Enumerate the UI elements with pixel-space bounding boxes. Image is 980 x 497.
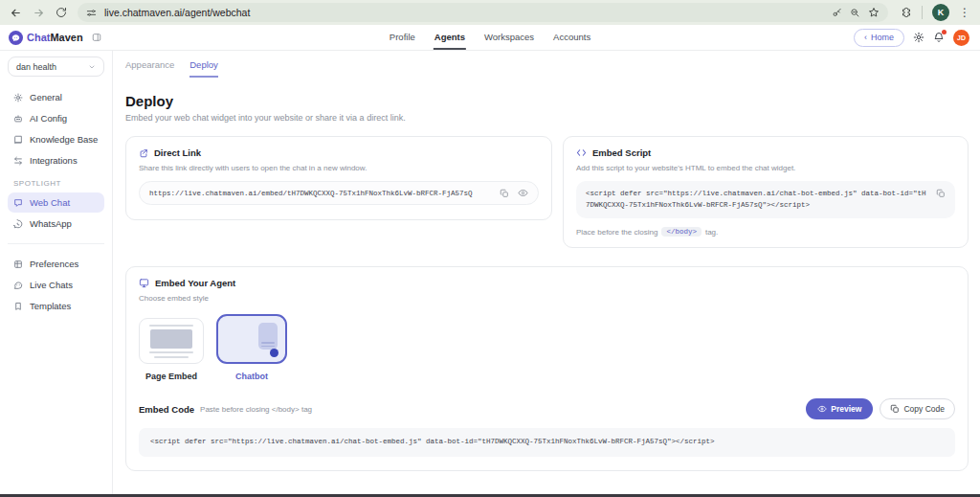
page-embed-thumbnail — [149, 325, 193, 358]
notification-dot — [942, 30, 947, 34]
browser-menu-icon[interactable]: ⋮ — [959, 6, 970, 19]
embed-style-option-page[interactable]: Page Embed — [139, 318, 204, 381]
chatbot-launcher-dot — [270, 349, 278, 357]
extensions-icon[interactable] — [901, 7, 912, 18]
sidebar-divider — [8, 243, 104, 244]
copy-icon[interactable] — [500, 189, 509, 198]
browser-right-tools: K ⋮ — [899, 4, 970, 21]
brand-name: ChatMaven — [27, 32, 83, 43]
nav-item-workspaces[interactable]: Workspaces — [483, 25, 535, 50]
body-tag-chip: </body> — [661, 227, 702, 237]
nav-item-profile[interactable]: Profile — [389, 25, 416, 50]
sidebar-item-whatsapp[interactable]: WhatsApp — [8, 214, 104, 234]
embed-script-card: Embed Script Add this script to your web… — [563, 136, 969, 248]
preview-button[interactable]: Preview — [806, 398, 873, 419]
monitor-icon — [139, 278, 149, 288]
sidebar-item-web-chat[interactable]: Web Chat — [8, 192, 104, 213]
code-icon — [576, 147, 587, 158]
copy-code-button-label: Copy Code — [903, 404, 945, 414]
tab-bar: Appearance Deploy — [113, 51, 980, 78]
main-area: Appearance Deploy Deploy Embed your web … — [113, 51, 980, 494]
browser-back-icon[interactable] — [10, 7, 22, 19]
bookmark-icon — [13, 302, 23, 311]
page-subtitle: Embed your web chat widget into your web… — [125, 113, 969, 123]
sidebar-item-templates[interactable]: Templates — [8, 296, 104, 316]
user-avatar[interactable]: JD — [953, 30, 969, 46]
direct-link-field: https://live.chatmaven.ai/embed/tH7DWKQC… — [139, 181, 539, 205]
sidebar-item-label: Integrations — [30, 155, 78, 166]
browser-reload-icon[interactable] — [56, 7, 67, 18]
direct-link-url: https://live.chatmaven.ai/embed/tH7DWKQC… — [149, 190, 491, 197]
app-header: ChatMaven Profile Agents Workspaces Acco… — [0, 25, 980, 51]
workspace-name: dan health — [16, 62, 56, 72]
brand[interactable]: ChatMaven — [0, 31, 113, 45]
embed-script-code-box: <script defer src="https://live.chatmave… — [576, 181, 955, 218]
embed-code-box: <script defer src="https://live.chatmave… — [139, 428, 955, 457]
embed-code-hint: Paste before closing </body> tag — [200, 405, 312, 414]
sidebar-item-label: Templates — [30, 301, 71, 311]
deploy-content: Deploy Embed your web chat widget into y… — [113, 78, 980, 471]
note-prefix: Place before the closing — [576, 228, 657, 237]
whatsapp-icon — [13, 219, 23, 229]
sidebar-item-label: AI Config — [30, 113, 67, 124]
address-bar[interactable]: live.chatmaven.ai/agent/webchat — [78, 3, 888, 22]
browser-profile-avatar[interactable]: K — [932, 4, 949, 21]
chatbot-label: Chatbot — [235, 372, 268, 381]
zoom-out-icon[interactable] — [850, 8, 860, 18]
sidebar-item-label: WhatsApp — [30, 218, 72, 229]
copy-code-button[interactable]: Copy Code — [880, 398, 955, 419]
page-title: Deploy — [125, 93, 969, 109]
sidebar-item-label: General — [30, 92, 62, 102]
header-right: ‹Home JD — [854, 29, 980, 47]
grid-icon — [13, 260, 23, 269]
sidebar-item-label: Live Chats — [30, 280, 73, 290]
preview-button-label: Preview — [831, 404, 861, 414]
sidebar-item-preferences[interactable]: Preferences — [8, 254, 104, 274]
note-suffix: tag. — [705, 228, 718, 237]
sidebar-item-integrations[interactable]: Integrations — [8, 150, 104, 170]
sidebar-item-label: Knowledge Base — [30, 134, 98, 145]
password-key-icon[interactable] — [832, 8, 842, 18]
site-info-icon[interactable] — [86, 8, 97, 18]
chevron-left-icon: ‹ — [864, 33, 867, 42]
page-embed-label: Page Embed — [145, 372, 197, 381]
nav-item-accounts[interactable]: Accounts — [552, 25, 591, 50]
copy-icon — [890, 404, 900, 414]
settings-gear-icon[interactable] — [913, 32, 924, 43]
embed-style-option-chatbot[interactable]: Chatbot — [216, 314, 287, 381]
chatbot-tile-selected[interactable] — [216, 314, 287, 364]
eye-icon[interactable] — [518, 188, 528, 198]
sidebar-section-spotlight: SPOTLIGHT — [13, 179, 99, 188]
workspace-selector[interactable]: dan health — [8, 56, 104, 77]
embed-script-title: Embed Script — [592, 147, 651, 158]
embed-script-code: <script defer src="https://live.chatmave… — [586, 189, 928, 211]
sidebar-item-general[interactable]: General — [8, 87, 104, 107]
chat-bubble-icon — [13, 198, 23, 208]
book-icon — [13, 135, 23, 145]
notifications-bell-icon[interactable] — [933, 32, 945, 43]
chevron-down-icon — [88, 63, 96, 71]
sidebar-item-ai-config[interactable]: AI Config — [8, 108, 104, 128]
home-button-label: Home — [871, 33, 894, 42]
url-text[interactable]: live.chatmaven.ai/agent/webchat — [104, 7, 824, 18]
tab-appearance[interactable]: Appearance — [125, 59, 174, 78]
browser-forward-icon[interactable] — [33, 7, 45, 19]
direct-link-card: Direct Link Share this link directly wit… — [125, 136, 552, 220]
toolbar-divider — [922, 6, 923, 19]
chat-smile-icon — [13, 281, 23, 290]
bookmark-star-icon[interactable] — [868, 7, 880, 18]
sidebar-item-live-chats[interactable]: Live Chats — [8, 275, 104, 295]
tab-deploy[interactable]: Deploy — [189, 59, 218, 78]
copy-icon[interactable] — [936, 189, 946, 198]
robot-icon — [13, 114, 23, 124]
direct-link-title: Direct Link — [154, 147, 201, 158]
page-embed-tile[interactable] — [139, 318, 204, 364]
embed-code-text: <script defer src="https://live.chatmave… — [150, 437, 944, 448]
sidebar-collapse-icon[interactable] — [92, 33, 101, 42]
sidebar-item-knowledge-base[interactable]: Knowledge Base — [8, 129, 104, 149]
nav-item-agents[interactable]: Agents — [434, 25, 466, 50]
embed-agent-subtitle: Choose embed style — [139, 294, 955, 303]
home-button[interactable]: ‹Home — [854, 29, 904, 47]
embed-agent-card: Embed Your Agent Choose embed style — [125, 266, 969, 471]
sidebar-item-label: Preferences — [30, 259, 78, 269]
